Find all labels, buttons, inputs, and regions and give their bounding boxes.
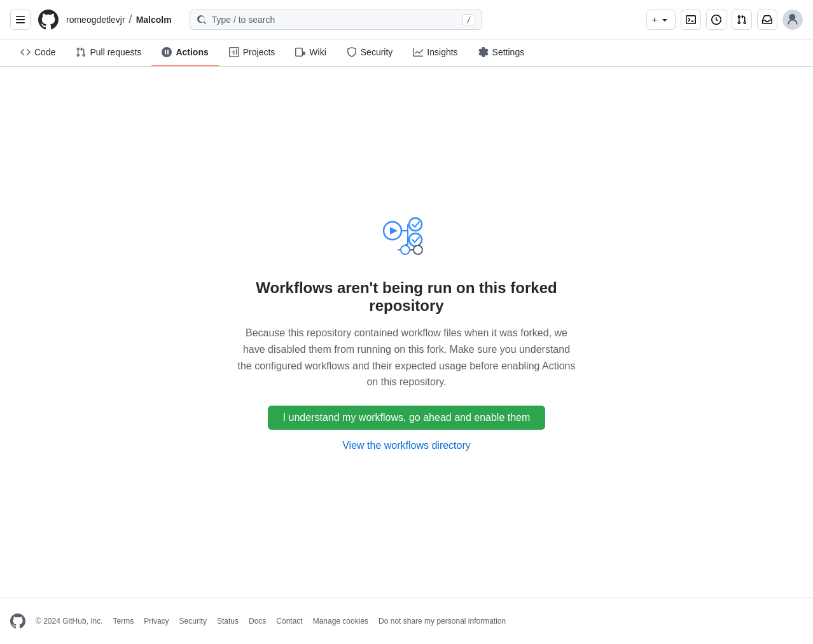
- add-button[interactable]: +: [646, 10, 676, 30]
- view-directory-link[interactable]: View the workflows directory: [235, 440, 578, 451]
- tab-code[interactable]: Code: [10, 39, 66, 66]
- hamburger-menu[interactable]: [10, 10, 31, 30]
- tab-pull-requests[interactable]: Pull requests: [66, 39, 151, 66]
- footer-copyright: © 2024 GitHub, Inc.: [36, 617, 103, 626]
- insights-icon: [413, 47, 423, 57]
- search-bar[interactable]: Type / to search /: [190, 10, 482, 30]
- footer-link-manage-cookies[interactable]: Manage cookies: [313, 617, 368, 626]
- timer-button[interactable]: [706, 10, 726, 30]
- tab-wiki-label: Wiki: [309, 47, 326, 57]
- pr-button[interactable]: [732, 10, 752, 30]
- footer-link-privacy[interactable]: Privacy: [144, 617, 169, 626]
- workflow-illustration: [375, 213, 438, 264]
- tab-actions[interactable]: Actions: [151, 39, 218, 66]
- svg-point-6: [409, 233, 422, 246]
- breadcrumb-username[interactable]: romeogdetlevjr: [66, 15, 125, 25]
- footer-link-terms[interactable]: Terms: [113, 617, 134, 626]
- terminal-button[interactable]: [681, 10, 701, 30]
- empty-state-heading: Workflows aren't being run on this forke…: [235, 279, 578, 315]
- footer-link-contact[interactable]: Contact: [276, 617, 302, 626]
- breadcrumb-reponame[interactable]: Malcolm: [136, 15, 172, 25]
- pr-icon: [76, 47, 86, 57]
- tab-settings-label: Settings: [492, 47, 525, 57]
- tab-projects[interactable]: Projects: [219, 39, 286, 66]
- enable-workflows-button[interactable]: I understand my workflows, go ahead and …: [268, 406, 546, 430]
- actions-illustration: [235, 213, 578, 264]
- footer-link-do-not-share[interactable]: Do not share my personal information: [379, 617, 506, 626]
- header: romeogdetlevjr / Malcolm Type / to searc…: [0, 0, 813, 39]
- tab-insights-label: Insights: [427, 47, 457, 57]
- search-placeholder: Type / to search: [212, 15, 458, 25]
- wiki-icon: [295, 47, 305, 57]
- add-label: +: [652, 15, 657, 25]
- shield-icon: [347, 47, 357, 57]
- avatar[interactable]: [782, 10, 803, 30]
- tab-settings[interactable]: Settings: [468, 39, 535, 66]
- avatar-icon: [786, 13, 799, 26]
- settings-icon: [478, 47, 489, 57]
- tab-code-label: Code: [34, 47, 55, 57]
- tab-security[interactable]: Security: [337, 39, 403, 66]
- footer-link-security[interactable]: Security: [179, 617, 207, 626]
- terminal-icon: [686, 15, 696, 25]
- footer-link-docs[interactable]: Docs: [249, 617, 266, 626]
- breadcrumb: romeogdetlevjr / Malcolm: [66, 13, 172, 26]
- tab-insights[interactable]: Insights: [403, 39, 468, 66]
- tab-pr-label: Pull requests: [90, 47, 141, 57]
- empty-state: Workflows aren't being run on this forke…: [235, 213, 578, 451]
- tab-projects-label: Projects: [243, 47, 275, 57]
- footer: © 2024 GitHub, Inc. Terms Privacy Securi…: [0, 598, 813, 644]
- inbox-button[interactable]: [757, 10, 777, 30]
- repo-nav: Code Pull requests Actions Projects Wiki…: [0, 39, 813, 67]
- search-kbd: /: [462, 14, 475, 25]
- footer-logo: [10, 613, 25, 629]
- breadcrumb-separator: /: [129, 13, 132, 26]
- svg-point-8: [413, 245, 422, 254]
- main-content: Workflows aren't being run on this forke…: [0, 67, 813, 598]
- tab-actions-label: Actions: [176, 47, 208, 57]
- search-icon: [197, 15, 207, 25]
- tab-security-label: Security: [361, 47, 393, 57]
- tab-wiki[interactable]: Wiki: [285, 39, 336, 66]
- chevron-down-icon: [660, 15, 670, 25]
- actions-icon: [162, 47, 172, 57]
- footer-link-status[interactable]: Status: [217, 617, 239, 626]
- header-actions: +: [646, 10, 803, 30]
- projects-icon: [229, 47, 239, 57]
- github-logo[interactable]: [38, 10, 59, 30]
- timer-icon: [711, 15, 721, 25]
- footer-links: Terms Privacy Security Status Docs Conta…: [113, 617, 506, 626]
- code-icon: [20, 47, 31, 57]
- empty-state-description: Because this repository contained workfl…: [235, 325, 578, 390]
- inbox-icon: [762, 15, 772, 25]
- svg-point-7: [401, 245, 410, 254]
- pull-request-icon: [737, 15, 747, 25]
- svg-point-5: [409, 218, 422, 231]
